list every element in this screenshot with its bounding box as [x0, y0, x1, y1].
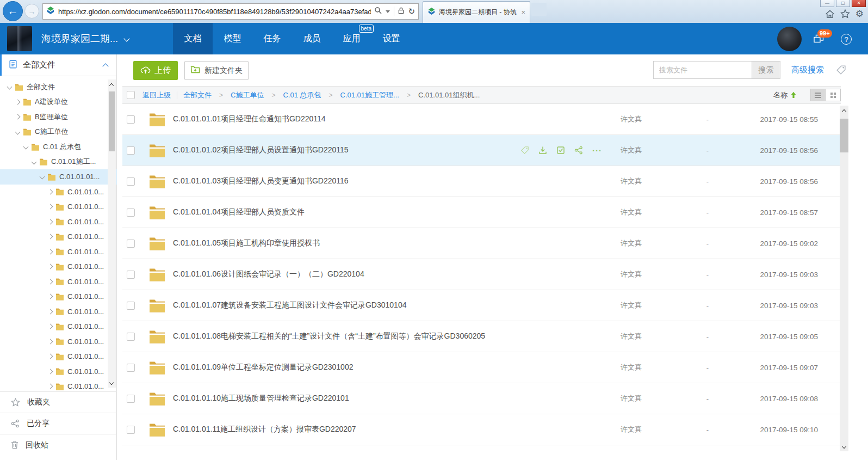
- window-minimize-button[interactable]: —: [820, 0, 834, 7]
- file-name[interactable]: C.01.01.01.08电梯安装工程相关的“土建”设计文件（含“土建”布置图等…: [173, 332, 621, 341]
- tree-item[interactable]: C.01.01.0...: [0, 244, 117, 260]
- file-name[interactable]: C.01.01.01.11施工组织设计（方案）报审表GD220207: [173, 425, 621, 434]
- breadcrumb-item[interactable]: 全部文件: [183, 90, 212, 100]
- menu-item-documents[interactable]: 文档: [173, 23, 213, 54]
- chevron-right-icon[interactable]: [48, 249, 53, 254]
- chevron-right-icon[interactable]: [48, 324, 53, 329]
- search-icon[interactable]: [374, 7, 382, 16]
- tree-item[interactable]: C.01.01.0...: [0, 319, 117, 334]
- file-row[interactable]: C.01.01.01.11施工组织设计（方案）报审表GD220207许文真-20…: [122, 414, 841, 445]
- chevron-right-icon[interactable]: [48, 384, 53, 389]
- file-name[interactable]: C.01.01.01.06设计图纸会审记录（一）（二）GD220104: [173, 269, 621, 279]
- chevron-down-icon[interactable]: [23, 144, 29, 150]
- tag-icon[interactable]: [836, 65, 846, 75]
- chevron-right-icon[interactable]: [48, 339, 53, 344]
- tree-item[interactable]: C.01.01.0...: [0, 364, 117, 379]
- tab-close-icon[interactable]: ×: [521, 8, 525, 16]
- upload-button[interactable]: 上传: [133, 61, 178, 80]
- new-tab-button[interactable]: [531, 3, 547, 16]
- search-button[interactable]: 搜索: [752, 61, 780, 79]
- new-folder-button[interactable]: 新建文件夹: [184, 61, 249, 80]
- file-row[interactable]: C.01.01.01.09单位工程坐标定位测量记录GD2301002许文真-20…: [122, 352, 841, 383]
- more-icon[interactable]: ···: [592, 146, 602, 155]
- file-name[interactable]: C.01.01.01.01项目经理任命通知书GD220114: [173, 114, 621, 124]
- row-checkbox[interactable]: [127, 395, 135, 403]
- file-name[interactable]: C.01.01.01.10施工现场质量管理检查记录GD220101: [173, 394, 621, 403]
- sort-ascending-icon[interactable]: [791, 91, 796, 99]
- address-dropdown-icon[interactable]: [386, 10, 390, 13]
- file-row[interactable]: C.01.01.01.02项目经理部人员设置通知书GD220115···许文真-…: [122, 135, 841, 166]
- approve-icon[interactable]: [556, 146, 565, 155]
- row-checkbox[interactable]: [127, 426, 135, 434]
- file-name[interactable]: C.01.01.01.02项目经理部人员设置通知书GD220115: [173, 145, 520, 155]
- chevron-right-icon[interactable]: [48, 234, 53, 240]
- file-name[interactable]: C.01.01.01.05项目施工机构印章使用授权书: [173, 238, 621, 248]
- file-row[interactable]: C.01.01.01.10施工现场质量管理检查记录GD220101许文真-201…: [122, 383, 841, 414]
- tree-scrollbar-thumb[interactable]: [109, 91, 115, 151]
- address-bar[interactable]: https://xz.glodon.com/document/ce6590111…: [42, 3, 419, 20]
- content-scrollbar-thumb[interactable]: [840, 119, 848, 152]
- tree-item[interactable]: B监理单位: [0, 109, 117, 125]
- row-checkbox[interactable]: [127, 208, 135, 217]
- notifications-button[interactable]: 99+: [814, 34, 824, 44]
- chevron-right-icon[interactable]: [48, 309, 53, 314]
- sidebar-item-recycle-bin[interactable]: 回收站: [0, 434, 117, 460]
- breadcrumb-item[interactable]: C.01 总承包: [283, 90, 321, 100]
- file-row[interactable]: C.01.01.01.05项目施工机构印章使用授权书许文真-2017-09-15…: [122, 228, 841, 259]
- browser-forward-button[interactable]: →: [24, 4, 39, 19]
- row-checkbox[interactable]: [127, 271, 135, 279]
- favorites-star-icon[interactable]: [840, 9, 850, 21]
- content-scrollbar[interactable]: [840, 106, 848, 451]
- file-row[interactable]: C.01.01.01.07建筑设备安装工程施工图设计文件会审记录GD301010…: [122, 290, 841, 321]
- row-checkbox[interactable]: [127, 302, 135, 310]
- tree-item[interactable]: C施工单位: [0, 125, 117, 140]
- tree-item[interactable]: C.01 总承包: [0, 139, 117, 155]
- file-name[interactable]: C.01.01.01.07建筑设备安装工程施工图设计文件会审记录GD301010…: [173, 300, 621, 310]
- select-all-checkbox[interactable]: [127, 91, 135, 99]
- chevron-down-icon[interactable]: [7, 84, 13, 90]
- tree-item[interactable]: C.01.01施工...: [0, 155, 117, 170]
- tree-item[interactable]: C.01.01.0...: [0, 349, 117, 364]
- window-close-button[interactable]: ✕: [852, 0, 866, 7]
- chevron-right-icon[interactable]: [48, 369, 53, 374]
- row-checkbox[interactable]: [127, 177, 135, 186]
- file-name[interactable]: C.01.01.01.09单位工程坐标定位测量记录GD2301002: [173, 363, 621, 372]
- search-input[interactable]: [653, 61, 752, 79]
- tree-item[interactable]: C.01.01.0...: [0, 214, 117, 230]
- file-row[interactable]: C.01.01.01.03项目经理部人员变更通知书GD220116许文真-201…: [122, 166, 841, 197]
- scroll-down-icon[interactable]: [109, 381, 114, 385]
- tree-item[interactable]: C.01.01.0...: [0, 274, 117, 290]
- row-checkbox[interactable]: [127, 115, 135, 124]
- tree-item[interactable]: C.01.01.0...: [0, 259, 117, 274]
- tree-item[interactable]: C.01.01.0...: [0, 185, 117, 200]
- tree-scrollbar[interactable]: [108, 79, 116, 388]
- browser-tab[interactable]: 海境界家园二期项目 - 协筑 ×: [423, 1, 530, 23]
- menu-item-apps[interactable]: 应用 beta: [332, 23, 371, 54]
- tree-item[interactable]: 全部文件: [0, 79, 117, 95]
- menu-item-tasks[interactable]: 任务: [252, 23, 292, 54]
- menu-item-model[interactable]: 模型: [213, 23, 252, 54]
- go-up-link[interactable]: 返回上级: [142, 90, 171, 100]
- chevron-right-icon[interactable]: [48, 279, 53, 284]
- scroll-down-icon[interactable]: [842, 444, 846, 449]
- file-name[interactable]: C.01.01.01.04项目经理部人员资质文件: [173, 207, 621, 217]
- row-checkbox[interactable]: [127, 364, 135, 372]
- breadcrumb-item[interactable]: C施工单位: [231, 90, 264, 100]
- tree-item[interactable]: C.01.01.0...: [0, 304, 117, 320]
- list-view-button[interactable]: [810, 89, 826, 101]
- menu-item-members[interactable]: 成员: [292, 23, 332, 54]
- scroll-up-icon[interactable]: [109, 83, 114, 88]
- window-maximize-button[interactable]: ▢: [836, 0, 850, 7]
- tree-item[interactable]: A建设单位: [0, 95, 117, 110]
- chevron-right-icon[interactable]: [48, 189, 53, 194]
- chevron-up-icon[interactable]: [102, 63, 108, 69]
- sidebar-item-shared[interactable]: 已分享: [0, 413, 117, 434]
- tree-item[interactable]: C.01.01.0...: [0, 334, 117, 349]
- help-button[interactable]: ?: [841, 34, 852, 45]
- chevron-right-icon[interactable]: [15, 114, 21, 120]
- refresh-icon[interactable]: ↻: [408, 7, 415, 16]
- breadcrumb-item[interactable]: C.01.01施工管理...: [340, 90, 399, 100]
- tree-item[interactable]: C.01.01.0...: [0, 199, 117, 214]
- browser-back-button[interactable]: ←: [3, 1, 23, 21]
- sort-by-name-label[interactable]: 名称: [773, 90, 788, 100]
